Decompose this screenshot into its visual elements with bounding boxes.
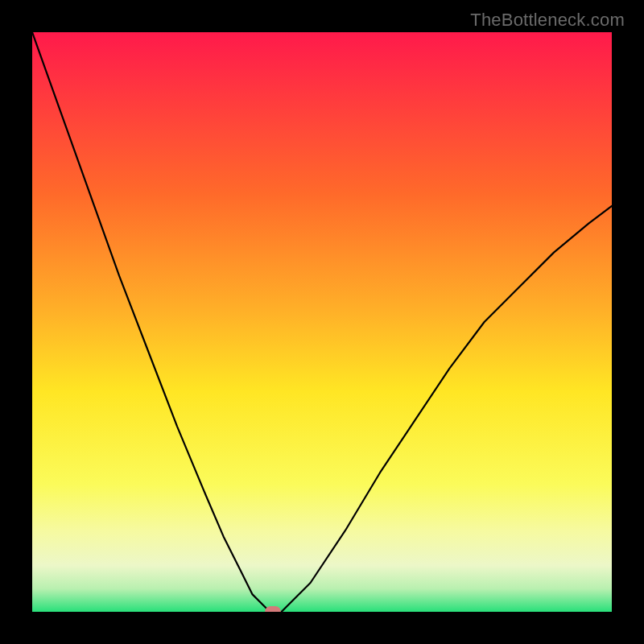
bottleneck-curve-svg	[32, 32, 612, 612]
bottleneck-curve-path	[32, 32, 612, 612]
watermark-text: TheBottleneck.com	[470, 10, 625, 31]
optimal-point-marker	[265, 606, 281, 612]
plot-area	[32, 32, 612, 612]
chart-frame: TheBottleneck.com	[0, 0, 644, 644]
